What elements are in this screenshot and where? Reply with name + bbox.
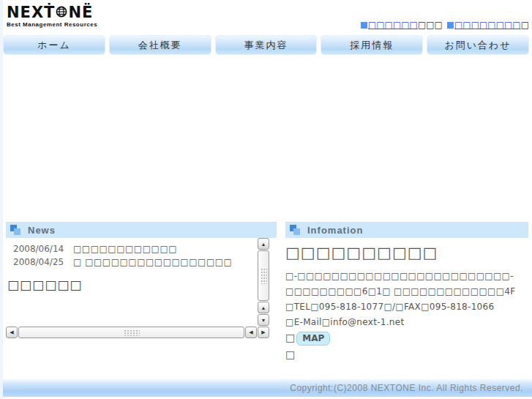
nav-item-company[interactable]: 会社概要: [109, 35, 211, 55]
vertical-scroll-thumb[interactable]: [258, 250, 269, 301]
info-line-address: □□□□□□□□□6□1□ □□□□□□□□□□□□□4F: [285, 284, 528, 299]
utility-link-2-suffix: □: [521, 20, 529, 30]
scroll-up-button-2[interactable]: ▲: [258, 302, 269, 313]
logo-text-right: NË: [68, 4, 93, 21]
info-line-tel-fax: □TEL□095-818-1077□/□FAX□095-818-1066: [285, 299, 528, 315]
double-square-icon: [290, 225, 300, 235]
main-nav: ホーム 会社概要 事業内容 採用情報 お問い合わせ: [0, 35, 532, 55]
nav-item-contact[interactable]: お問い合わせ: [427, 35, 529, 55]
page-left-edge: [0, 0, 3, 399]
news-item-text: □ □□□□□□□□□□□□□□□□□: [73, 257, 232, 267]
information-title: Infomation: [307, 225, 363, 236]
news-section: News 2008/06/14 □□□□□□□□□□□□ 2008/04/25 …: [6, 222, 277, 360]
scroll-right-button[interactable]: ▶: [258, 327, 269, 338]
scroll-down-icon: ▼: [261, 318, 266, 323]
double-square-icon: [10, 225, 20, 235]
scroll-down-button[interactable]: ▼: [258, 314, 269, 326]
copyright-text: Copyright:(C)2008 NEXTONE Inc. All Right…: [290, 383, 523, 393]
page: NEXṪ NË Best Management Resources □□□□□□: [0, 0, 532, 399]
news-item: 2008/04/25 □ □□□□□□□□□□□□□□□□□: [6, 257, 258, 267]
information-content: □□□□□□□□□□ □-□□□□□□□□□□□□□□□□□□□□□□□□□- …: [285, 238, 528, 360]
information-header-bar: Infomation: [285, 222, 528, 238]
content-columns: News 2008/06/14 □□□□□□□□□□□□ 2008/04/25 …: [6, 222, 528, 360]
news-item-date: 2008/06/14: [6, 244, 73, 254]
horizontal-scroll-thumb[interactable]: [18, 327, 244, 338]
company-logo[interactable]: NEXṪ NË Best Management Resources: [7, 4, 97, 28]
utility-link-1[interactable]: □□□□□□ □□□: [361, 20, 443, 30]
scroll-left-icon: ◀: [249, 329, 252, 335]
news-subheading: □□□□□□: [7, 277, 258, 292]
company-name-heading: □□□□□□□□□□: [285, 244, 528, 261]
info-line-email: □E-Mail□info@next-1.net: [285, 315, 528, 330]
scroll-up-icon: ▲: [261, 242, 266, 247]
main-banner-area: [0, 55, 532, 222]
utility-link-2[interactable]: □□□□□□□□ □: [447, 20, 529, 30]
info-trailing: □: [285, 348, 528, 360]
scroll-right-icon: ▶: [261, 329, 265, 335]
news-body: 2008/06/14 □□□□□□□□□□□□ 2008/04/25 □ □□□…: [6, 238, 269, 326]
scroll-left-button[interactable]: ◀: [6, 327, 18, 338]
utility-link-1-text[interactable]: □□□□□□: [368, 20, 418, 30]
scroll-grip-icon: [124, 329, 140, 336]
news-vertical-scrollbar[interactable]: ▲ ▲ ▼: [258, 238, 269, 326]
top-utility-links: □□□□□□ □□□ □□□□□□□□ □: [361, 20, 529, 30]
news-item-date: 2008/04/25: [6, 257, 73, 267]
logo-text-left: NEXṪ: [7, 4, 55, 21]
scroll-up-icon: ▲: [261, 305, 266, 310]
scroll-up-button[interactable]: ▲: [258, 238, 269, 250]
utility-link-2-text[interactable]: □□□□□□□□: [454, 20, 521, 30]
logo-tagline: Best Management Resources: [7, 21, 97, 28]
news-title: News: [28, 225, 56, 236]
map-prefix: □: [285, 332, 295, 343]
utility-link-1-suffix: □□□: [418, 20, 443, 30]
map-button[interactable]: MAP: [296, 332, 330, 346]
scroll-left-icon: ◀: [10, 329, 13, 335]
footer-bar: Copyright:(C)2008 NEXTONE Inc. All Right…: [0, 379, 532, 397]
scroll-grip-icon: [261, 268, 267, 284]
nav-item-recruit[interactable]: 採用情報: [321, 35, 423, 55]
information-section: Infomation □□□□□□□□□□ □-□□□□□□□□□□□□□□□□…: [285, 222, 528, 360]
news-item-text: □□□□□□□□□□□□: [73, 244, 177, 254]
news-header-bar: News: [6, 222, 277, 238]
nav-item-home[interactable]: ホーム: [3, 35, 105, 55]
info-line-catchphrase: □-□□□□□□□□□□□□□□□□□□□□□□□□□-: [285, 269, 528, 284]
scroll-left-button-2[interactable]: ◀: [245, 327, 257, 338]
map-row: □ MAP: [285, 332, 528, 346]
bullet-square-icon: [361, 22, 367, 29]
bullet-square-icon: [447, 22, 454, 29]
news-horizontal-scrollbar[interactable]: ◀ ◀ ▶: [6, 327, 269, 338]
news-item: 2008/06/14 □□□□□□□□□□□□: [6, 244, 258, 254]
nav-item-business[interactable]: 事業内容: [215, 35, 318, 55]
logo-wordmark: NEXṪ NË: [7, 4, 97, 21]
globe-icon: [56, 4, 67, 21]
header: NEXṪ NË Best Management Resources □□□□□□: [0, 0, 532, 35]
news-list: 2008/06/14 □□□□□□□□□□□□ 2008/04/25 □ □□□…: [6, 238, 258, 326]
